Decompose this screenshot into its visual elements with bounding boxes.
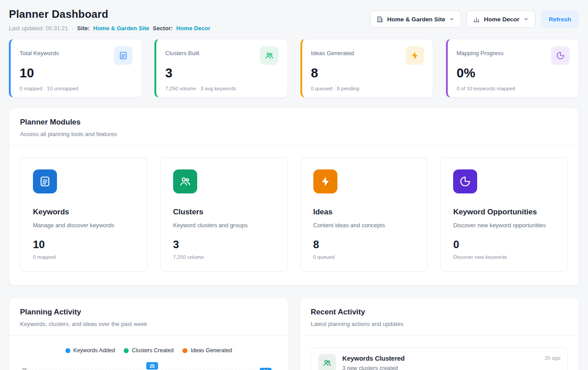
legend-dot bbox=[182, 348, 187, 353]
module-value: 8 bbox=[313, 238, 415, 251]
site-link[interactable]: Home & Garden Site bbox=[93, 25, 150, 32]
stat-label: Mapping Progress bbox=[457, 46, 504, 56]
module-title: Clusters bbox=[173, 208, 275, 217]
activity-item-timestamp: 2h ago bbox=[545, 354, 560, 361]
legend-dot bbox=[65, 348, 70, 353]
planning-activity-panel: Planning Activity Keywords, clusters, an… bbox=[9, 298, 288, 370]
planner-modules-head: Planner Modules Access all planning tool… bbox=[9, 108, 579, 137]
recent-activity-panel: Recent Activity Latest planning actions … bbox=[300, 298, 579, 370]
stat-card-total-keywords: Total Keywords 10 0 mapped · 10 unmapped bbox=[9, 39, 142, 98]
module-description: Manage and discover keywords bbox=[33, 222, 135, 229]
module-description: Keyword clusters and groups bbox=[173, 222, 275, 229]
module-value: 0 bbox=[453, 238, 555, 251]
module-title: Ideas bbox=[313, 208, 415, 217]
page-title: Planner Dashboard bbox=[9, 8, 211, 20]
site-selector-dropdown[interactable]: Home & Garden Site bbox=[370, 11, 462, 28]
legend-item-keywords-added: Keywords Added bbox=[65, 347, 115, 354]
module-caption: Discover new keywords bbox=[453, 254, 555, 260]
header-meta: Last updated: 05:31:21 · Site: Home & Ga… bbox=[9, 25, 211, 32]
module-caption: 0 queued bbox=[313, 254, 415, 260]
bottom-row: Planning Activity Keywords, clusters, an… bbox=[9, 298, 579, 370]
stat-caption: 0 of 10 keywords mapped bbox=[457, 86, 570, 91]
svg-text:25: 25 bbox=[150, 364, 155, 369]
module-value: 3 bbox=[173, 238, 275, 251]
site-label: Site: bbox=[77, 25, 89, 32]
chevron-down-icon bbox=[523, 16, 529, 22]
legend-label: Ideas Generated bbox=[191, 347, 232, 354]
activity-list-item: Keywords Clustered 3 new clusters create… bbox=[311, 347, 568, 370]
building-icon bbox=[377, 16, 383, 23]
users-icon bbox=[173, 169, 197, 193]
divider bbox=[9, 335, 288, 336]
stat-caption: 0 queued · 8 pending bbox=[311, 86, 424, 91]
document-lines-icon bbox=[33, 169, 57, 193]
chevron-down-icon bbox=[449, 16, 454, 22]
panel-subtitle: Access all planning tools and features bbox=[20, 131, 568, 137]
bar-chart-icon bbox=[473, 16, 480, 23]
planning-activity-head: Planning Activity Keywords, clusters, an… bbox=[9, 298, 288, 327]
legend-label: Clusters Created bbox=[132, 347, 174, 354]
activity-item-title: Keywords Clustered bbox=[342, 355, 539, 362]
module-card-ideas[interactable]: Ideas Content ideas and concepts 8 0 que… bbox=[300, 157, 428, 272]
sector-selector-label: Home Decor bbox=[484, 16, 519, 23]
stat-label: Ideas Generated bbox=[311, 46, 354, 56]
activity-item-texts: Keywords Clustered 3 new clusters create… bbox=[342, 354, 539, 370]
module-value: 10 bbox=[33, 238, 135, 251]
sector-link[interactable]: Home Decor bbox=[176, 25, 211, 32]
point-label-24: 24 bbox=[260, 368, 272, 370]
module-card-keywords[interactable]: Keywords Manage and discover keywords 10… bbox=[20, 157, 148, 272]
stat-caption: 0 mapped · 10 unmapped bbox=[20, 86, 133, 91]
pie-chart-icon bbox=[551, 46, 570, 65]
header: Planner Dashboard Last updated: 05:31:21… bbox=[9, 8, 579, 32]
point-label-25: 25 bbox=[146, 362, 158, 370]
panel-subtitle: Latest planning actions and updates bbox=[311, 321, 568, 327]
users-icon bbox=[318, 354, 336, 370]
stats-row: Total Keywords 10 0 mapped · 10 unmapped… bbox=[9, 39, 579, 98]
module-card-keyword-opportunities[interactable]: Keyword Opportunities Discover new keywo… bbox=[440, 157, 568, 272]
stat-label: Total Keywords bbox=[20, 46, 59, 56]
document-lines-icon bbox=[114, 46, 133, 65]
legend-item-ideas-generated: Ideas Generated bbox=[182, 347, 232, 354]
stat-value: 0% bbox=[457, 66, 570, 80]
legend-dot bbox=[124, 348, 129, 353]
lightning-icon bbox=[406, 46, 424, 65]
planner-modules-panel: Planner Modules Access all planning tool… bbox=[9, 108, 579, 286]
stat-card-ideas-generated: Ideas Generated 8 0 queued · 8 pending bbox=[300, 39, 434, 98]
panel-title: Planning Activity bbox=[20, 308, 277, 317]
stat-card-mapping-progress: Mapping Progress 0% 0 of 10 keywords map… bbox=[446, 39, 579, 98]
last-updated-text: Last updated: 05:31:21 bbox=[9, 25, 68, 32]
divider bbox=[300, 335, 579, 336]
module-title: Keywords bbox=[33, 208, 135, 217]
module-caption: 0 mapped bbox=[33, 254, 135, 260]
module-caption: 7,250 volume bbox=[173, 254, 275, 260]
stat-label: Clusters Built bbox=[165, 46, 199, 56]
stat-card-clusters-built: Clusters Built 3 7,250 volume · 3 avg ke… bbox=[154, 39, 288, 98]
sector-selector-dropdown[interactable]: Home Decor bbox=[466, 11, 535, 28]
panel-subtitle: Keywords, clusters, and ideas over the p… bbox=[20, 321, 277, 327]
module-description: Discover new keyword opportunities bbox=[453, 222, 555, 229]
module-card-clusters[interactable]: Clusters Keyword clusters and groups 3 7… bbox=[160, 157, 288, 272]
y-axis-tick: 25 bbox=[22, 367, 27, 370]
stat-value: 8 bbox=[311, 66, 424, 80]
planning-activity-chart: 25 25 24 bbox=[20, 360, 277, 370]
header-controls: Home & Garden Site Home Decor Refresh bbox=[370, 8, 579, 28]
refresh-button[interactable]: Refresh bbox=[541, 11, 579, 28]
site-selector-label: Home & Garden Site bbox=[387, 16, 446, 23]
pie-chart-icon bbox=[453, 169, 477, 193]
recent-activity-head: Recent Activity Latest planning actions … bbox=[300, 298, 579, 327]
lightning-icon bbox=[313, 169, 337, 193]
activity-item-description: 3 new clusters created bbox=[342, 365, 539, 370]
planner-dashboard-page: Planner Dashboard Last updated: 05:31:21… bbox=[0, 0, 588, 370]
panel-title: Recent Activity bbox=[311, 308, 568, 317]
panel-title: Planner Modules bbox=[20, 118, 568, 127]
sector-label: Sector: bbox=[153, 25, 173, 32]
stat-value: 10 bbox=[20, 66, 133, 80]
users-icon bbox=[260, 46, 279, 65]
meta-separator: · bbox=[72, 25, 73, 32]
stat-caption: 7,250 volume · 3 avg keywords bbox=[165, 86, 278, 91]
header-left: Planner Dashboard Last updated: 05:31:21… bbox=[9, 8, 211, 32]
modules-grid: Keywords Manage and discover keywords 10… bbox=[9, 146, 579, 285]
module-title: Keyword Opportunities bbox=[453, 208, 555, 217]
module-description: Content ideas and concepts bbox=[313, 222, 415, 229]
legend-label: Keywords Added bbox=[73, 347, 115, 354]
